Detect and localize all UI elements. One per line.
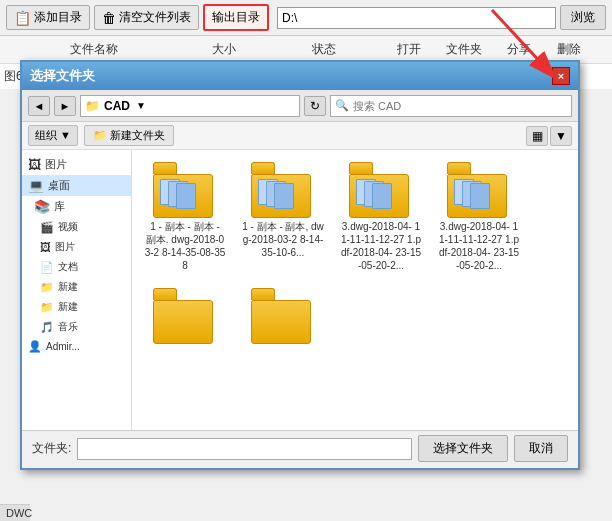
file-label-1: 1 - 副本 - 副本, dwg-2018-03-2 8-14-35-10-6.… [242,220,324,259]
sidebar-item-pictures2[interactable]: 🖼 图片 [22,237,131,257]
folder-tab [153,288,177,300]
folder-body [447,174,507,218]
file-item-4[interactable] [140,284,230,350]
search-icon: 🔍 [335,99,349,112]
add-dir-button[interactable]: 📋 添加目录 [6,5,90,30]
folder-page3 [470,183,490,209]
forward-button[interactable]: ► [54,96,76,116]
path-folder-icon: 📁 [85,99,100,113]
cancel-button[interactable]: 取消 [514,435,568,462]
col-header-open: 打开 [384,41,434,58]
add-dir-icon: 📋 [14,10,31,26]
new-folder-label: 新建文件夹 [110,128,165,143]
path-dropdown[interactable]: 📁 CAD ▼ [80,95,300,117]
bottom-label: DWC [0,504,30,521]
browse-button[interactable]: 浏览 [560,5,606,30]
sidebar-item-documents[interactable]: 📄 文档 [22,257,131,277]
folder-tab [251,162,275,174]
new-folder-button[interactable]: 📁 新建文件夹 [84,125,174,146]
organize-button[interactable]: 组织 ▼ [28,125,78,146]
sidebar-item-label: 视频 [58,220,78,234]
file-item-3[interactable]: 3.dwg-2018-04- 11-11-11-12-27 1.pdf-2018… [434,158,524,276]
sidebar-item-label: 图片 [45,157,67,172]
dialog-footer: 文件夹: 选择文件夹 取消 [22,430,578,466]
library-icon: 📚 [34,199,50,214]
view-arrow-button[interactable]: ▼ [550,126,572,146]
new2-icon: 📁 [40,301,54,314]
sidebar-item-new1[interactable]: 📁 新建 [22,277,131,297]
sidebar-item-label: 新建 [58,300,78,314]
file-item-0[interactable]: 1 - 副本 - 副本 - 副本. dwg-2018-03-2 8-14-35-… [140,158,230,276]
select-folder-button[interactable]: 选择文件夹 [418,435,508,462]
clear-list-button[interactable]: 🗑 清空文件列表 [94,5,199,30]
sidebar-item-admin[interactable]: 👤 Admir... [22,337,131,356]
file-label-0: 1 - 副本 - 副本 - 副本. dwg-2018-03-2 8-14-35-… [144,220,226,272]
file-grid: 1 - 副本 - 副本 - 副本. dwg-2018-03-2 8-14-35-… [132,150,578,430]
sidebar-item-label: Admir... [46,341,80,352]
folder-label: 文件夹: [32,440,71,457]
folder-tab [349,162,373,174]
sidebar-item-video[interactable]: 🎬 视频 [22,217,131,237]
folder-page3 [176,183,196,209]
sidebar-item-pictures[interactable]: 🖼 图片 [22,154,131,175]
col-header-size: 大小 [184,41,264,58]
sidebar-item-label: 新建 [58,280,78,294]
dialog-content: 🖼 图片 💻 桌面 📚 库 🎬 视频 🖼 图片 [22,150,578,430]
folder-icon-5 [251,288,315,344]
sidebar-item-label: 桌面 [48,178,70,193]
col-header-file: 文件夹 [434,41,494,58]
folder-tab [447,162,471,174]
file-dialog: 选择文件夹 × ◄ ► 📁 CAD ▼ ↻ 🔍 组织 ▼ 📁 新建文件夹 [20,60,580,470]
folder-icon-0 [153,162,217,218]
dialog-sidebar: 🖼 图片 💻 桌面 📚 库 🎬 视频 🖼 图片 [22,150,132,430]
file-label-2: 3.dwg-2018-04- 11-11-11-12-27 1.pdf-2018… [340,220,422,272]
col-header-status: 状态 [264,41,384,58]
add-dir-label: 添加目录 [34,9,82,26]
output-path-input[interactable] [277,7,556,29]
search-input[interactable] [353,100,433,112]
view-toggle-button[interactable]: ▦ [526,126,548,146]
path-text: CAD [104,99,130,113]
sidebar-item-label: 音乐 [58,320,78,334]
folder-tab [153,162,177,174]
dialog-close-button[interactable]: × [552,67,570,85]
dialog-secondary-toolbar: 组织 ▼ 📁 新建文件夹 ▦ ▼ [22,122,578,150]
file-item-2[interactable]: 3.dwg-2018-04- 11-11-11-12-27 1.pdf-2018… [336,158,426,276]
clear-list-icon: 🗑 [102,10,116,26]
sidebar-item-label: 图片 [55,240,75,254]
folder-tab [251,288,275,300]
video-icon: 🎬 [40,221,54,234]
app-window: 📋 添加目录 🗑 清空文件列表 输出目录 浏览 文件名称 大小 状态 打开 文件… [0,0,612,521]
folder-page3 [274,183,294,209]
refresh-button[interactable]: ↻ [304,96,326,116]
sidebar-item-desktop[interactable]: 💻 桌面 [22,175,131,196]
new-folder-icon: 📁 [93,129,107,142]
search-box[interactable]: 🔍 [330,95,572,117]
desktop-icon: 💻 [28,178,44,193]
sidebar-item-new2[interactable]: 📁 新建 [22,297,131,317]
music-icon: 🎵 [40,321,54,334]
folder-page3 [372,183,392,209]
admin-icon: 👤 [28,340,42,353]
dialog-titlebar: 选择文件夹 × [22,62,578,90]
back-button[interactable]: ◄ [28,96,50,116]
pictures2-icon: 🖼 [40,241,51,253]
file-item-5[interactable] [238,284,328,350]
sidebar-item-label: 文档 [58,260,78,274]
folder-input[interactable] [77,438,412,460]
pictures-icon: 🖼 [28,157,41,172]
documents-icon: 📄 [40,261,54,274]
dialog-nav-toolbar: ◄ ► 📁 CAD ▼ ↻ 🔍 [22,90,578,122]
path-dropdown-arrow: ▼ [136,100,146,111]
file-item-1[interactable]: 1 - 副本 - 副本, dwg-2018-03-2 8-14-35-10-6.… [238,158,328,276]
sidebar-item-library[interactable]: 📚 库 [22,196,131,217]
new1-icon: 📁 [40,281,54,294]
output-dir-button[interactable]: 输出目录 [203,4,269,31]
view-buttons: ▦ ▼ [526,126,572,146]
sidebar-item-music[interactable]: 🎵 音乐 [22,317,131,337]
folder-icon-4 [153,288,217,344]
folder-icon-3 [447,162,511,218]
folder-icon-1 [251,162,315,218]
file-label-3: 3.dwg-2018-04- 11-11-11-12-27 1.pdf-2018… [438,220,520,272]
main-toolbar: 📋 添加目录 🗑 清空文件列表 输出目录 浏览 [0,0,612,36]
